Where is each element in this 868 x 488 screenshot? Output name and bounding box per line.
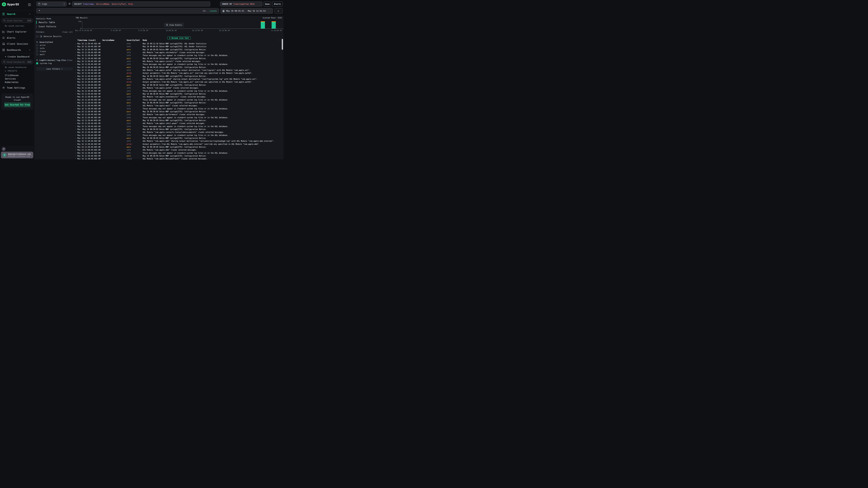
filter-option-trace[interactable]: trace — [36, 50, 73, 53]
order-by-input[interactable]: ORDER BY TimestampTime DESC — [220, 2, 262, 6]
filter-option-system.log[interactable]: ✓system.log — [36, 62, 73, 65]
row-expand-chevron-icon[interactable]: › — [75, 157, 76, 159]
column-resize-handle[interactable]: ⋮ — [100, 39, 102, 41]
clear-all-link[interactable]: Clear all — [62, 31, 73, 33]
search-icon[interactable] — [36, 59, 38, 61]
results-scrollbar[interactable] — [282, 39, 283, 50]
mode-results-table[interactable]: Results Table — [36, 21, 73, 24]
preset-item-kubernetes[interactable]: Kubernetes — [5, 81, 19, 84]
row-expand-chevron-icon[interactable]: › — [75, 63, 76, 66]
mode-event-patterns[interactable]: Event Patterns — [36, 25, 73, 28]
presets-toggle[interactable]: ∨ PRESETS — [5, 70, 17, 72]
source-settings-gear-icon[interactable] — [68, 2, 71, 5]
table-row[interactable]: ›May 16 11:38:40.683 AMinfoASL Module "c… — [74, 131, 281, 134]
get-started-button[interactable]: Get Started for Free — [4, 102, 31, 107]
save-button[interactable]: Save — [264, 2, 271, 6]
select-query-input[interactable]: SELECT Timestamp, ServiceName, SeverityT… — [72, 2, 210, 6]
sidebar-item-chart-explorer[interactable]: Chart Explorer — [0, 30, 35, 34]
table-row[interactable]: ›May 16 11:38:40.683 AMinfoThose message… — [74, 134, 281, 137]
table-row[interactable]: ›May 16 11:38:40.683 AMwarnMay 16 00:30:… — [74, 146, 281, 149]
filter-option-warn[interactable]: warn — [36, 53, 73, 56]
saved-searches-input[interactable]: Saved Searches ⌘ K — [1, 18, 33, 23]
table-row[interactable]: ›May 16 11:38:40.683 AMwarnMay 16 00:30:… — [74, 128, 281, 131]
row-expand-chevron-icon[interactable]: › — [75, 137, 76, 140]
preset-item-services[interactable]: Services — [5, 77, 16, 80]
table-row[interactable]: ›May 16 11:38:40.683 AMtraceASL Module "… — [74, 157, 281, 159]
row-expand-chevron-icon[interactable]: › — [75, 60, 76, 63]
row-expand-chevron-icon[interactable]: › — [75, 87, 76, 90]
table-row[interactable]: ›May 16 11:38:40.683 AMerrorOutput param… — [74, 72, 281, 75]
row-expand-chevron-icon[interactable]: › — [75, 122, 76, 125]
sidebar-collapse-icon[interactable] — [28, 3, 31, 6]
row-expand-chevron-icon[interactable]: › — [75, 90, 76, 93]
table-row[interactable]: ›May 16 11:38:40.683 AMinfoMay 16 00:21:… — [74, 42, 281, 45]
source-select[interactable]: Logs — [36, 2, 66, 6]
sidebar-item-client-sessions[interactable]: Client Sessions — [0, 42, 35, 46]
table-row[interactable]: ›May 16 11:38:40.683 AMinfoThose message… — [74, 90, 281, 93]
table-row[interactable]: ›May 16 11:38:40.683 AMwarnMay 16 00:30:… — [74, 93, 281, 95]
table-row[interactable]: ›May 16 11:38:40.683 AMinfoThose message… — [74, 152, 281, 155]
sidebar-item-dashboards[interactable]: Dashboards ∧ — [0, 48, 35, 52]
column-header-timestamp[interactable]: Timestamp (Local) — [78, 39, 96, 41]
row-expand-chevron-icon[interactable]: › — [75, 75, 76, 78]
row-expand-chevron-icon[interactable]: › — [75, 128, 76, 131]
table-row[interactable]: ›May 16 11:38:40.683 AMinfoASL Module "c… — [74, 69, 281, 72]
view-events-button[interactable]: View Events — [164, 23, 184, 27]
filter-option-info[interactable]: info — [36, 47, 73, 50]
table-row[interactable]: ›May 16 11:38:40.683 AMinfoThose message… — [74, 98, 281, 101]
denoise-results-option[interactable]: Denoise Results — [36, 35, 73, 38]
table-row[interactable]: ›May 16 11:38:40.683 AMinfoASL Module "c… — [74, 87, 281, 90]
checkbox[interactable] — [36, 51, 38, 53]
column-resize-handle[interactable]: ⋮ — [124, 39, 125, 41]
table-row[interactable]: ›May 16 11:38:40.683 AMerrorOutput param… — [74, 80, 281, 84]
row-expand-chevron-icon[interactable]: › — [75, 42, 76, 45]
row-expand-chevron-icon[interactable]: › — [75, 101, 76, 104]
table-row[interactable]: ›May 16 11:38:40.683 AMinfoASL Module "c… — [74, 149, 281, 152]
column-resize-handle[interactable]: ⋮ — [141, 39, 143, 41]
table-row[interactable]: ›May 16 11:38:40.683 AMwarnMay 16 00:30:… — [74, 84, 281, 87]
create-dashboard-button[interactable]: + Create Dashboard — [0, 55, 35, 59]
column-header-body[interactable]: Body — [143, 39, 147, 41]
checkbox[interactable] — [36, 44, 38, 46]
table-row[interactable]: ›May 16 11:38:40.683 AMinfoThose message… — [74, 125, 281, 128]
row-expand-chevron-icon[interactable]: › — [75, 152, 76, 155]
table-row[interactable]: ›May 16 11:38:40.683 AMwarnMay 16 00:30:… — [74, 75, 281, 78]
row-expand-chevron-icon[interactable]: › — [75, 116, 76, 119]
row-expand-chevron-icon[interactable]: › — [75, 104, 76, 107]
row-expand-chevron-icon[interactable]: › — [75, 51, 76, 54]
table-row[interactable]: ›May 16 11:38:40.683 AMwarnMay 16 00:30:… — [74, 110, 281, 113]
row-expand-chevron-icon[interactable]: › — [75, 93, 76, 95]
row-expand-chevron-icon[interactable]: › — [75, 143, 76, 146]
column-header-severitytext[interactable]: SeverityText — [127, 39, 140, 41]
row-expand-chevron-icon[interactable]: › — [75, 48, 76, 51]
table-row[interactable]: ›May 16 11:38:40.683 AMinfoASL Module "c… — [74, 78, 281, 80]
table-row[interactable]: ›May 16 11:38:40.683 AMinfoThose message… — [74, 54, 281, 57]
table-row[interactable]: ›May 16 11:38:40.683 AMwarnMay 16 00:30:… — [74, 101, 281, 104]
row-expand-chevron-icon[interactable]: › — [75, 125, 76, 128]
table-row[interactable]: ›May 16 11:38:40.683 AMwarnMay 16 00:30:… — [74, 57, 281, 60]
table-row[interactable]: ›May 16 11:38:40.683 AMinfoASL Module "c… — [74, 122, 281, 125]
row-expand-chevron-icon[interactable]: › — [75, 149, 76, 152]
table-row[interactable]: ›May 16 11:38:40.683 AMinfoThose message… — [74, 107, 281, 110]
saved-dashboards-input[interactable]: Saved Dashboards ⌘ K — [1, 60, 33, 64]
filter-option-error[interactable]: error — [36, 44, 73, 47]
checkbox[interactable] — [36, 35, 38, 37]
user-menu[interactable]: D demos@clickhouse.com demos@clickhouse.… — [1, 152, 33, 158]
table-row[interactable]: ›May 16 11:38:40.683 AMerrorOutput param… — [74, 143, 281, 146]
checkbox[interactable]: ✓ — [36, 62, 38, 64]
row-expand-chevron-icon[interactable]: › — [75, 69, 76, 72]
table-row[interactable]: ›May 16 11:38:40.683 AMinfoASL Module "c… — [74, 104, 281, 107]
row-expand-chevron-icon[interactable]: › — [75, 134, 76, 137]
table-row[interactable]: ›May 16 11:38:40.683 AMinfoMay 16 00:06:… — [74, 45, 281, 48]
row-expand-chevron-icon[interactable]: › — [75, 131, 76, 134]
row-expand-chevron-icon[interactable]: › — [75, 113, 76, 116]
language-sql[interactable]: SQL — [203, 10, 206, 12]
table-row[interactable]: ›May 16 11:38:40.683 AMinfoASL Module "c… — [74, 95, 281, 98]
row-expand-chevron-icon[interactable]: › — [75, 54, 76, 57]
table-row[interactable]: ›May 16 11:38:40.683 AMinfoASL Module "c… — [74, 113, 281, 116]
search-query-input[interactable]: * SQL | Lucene — [36, 8, 219, 13]
table-row[interactable]: ›May 16 11:38:40.683 AMwarnMay 16 00:30:… — [74, 48, 281, 51]
sidebar-item-alerts[interactable]: Alerts — [0, 36, 35, 40]
search-icon[interactable] — [36, 41, 38, 43]
row-expand-chevron-icon[interactable]: › — [75, 119, 76, 122]
